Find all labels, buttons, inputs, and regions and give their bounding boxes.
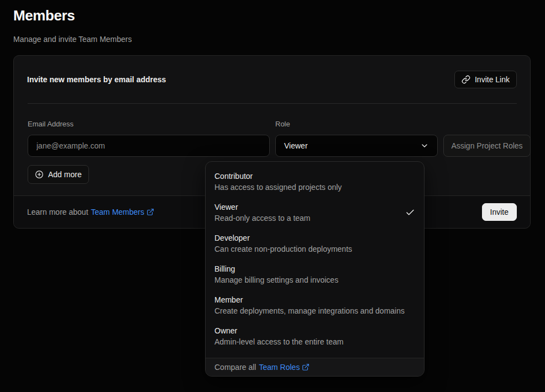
- team-members-link[interactable]: Team Members: [91, 208, 154, 216]
- learn-more-text: Learn more about: [27, 208, 88, 216]
- role-option-texts: Contributor Has access to assigned proje…: [214, 171, 415, 193]
- role-option-title: Developer: [214, 232, 415, 243]
- role-option-title: Billing: [214, 263, 415, 274]
- role-option-texts: Developer Can create non-production depl…: [214, 232, 415, 255]
- team-roles-link[interactable]: Team Roles: [259, 363, 310, 372]
- email-address-label: Email Address: [28, 120, 74, 128]
- chevron-down-icon: [420, 141, 429, 150]
- role-option-description: Can create non-production deployments: [214, 243, 415, 255]
- invite-link-button[interactable]: Invite Link: [454, 71, 517, 88]
- role-select[interactable]: Viewer: [275, 135, 438, 157]
- role-select-value: Viewer: [284, 141, 308, 150]
- role-option-owner[interactable]: Owner Admin-level access to the entire t…: [206, 321, 424, 352]
- role-option-texts: Billing Manage billing settings and invo…: [214, 263, 415, 285]
- role-option-texts: Member Create deployments, manage integr…: [214, 294, 415, 316]
- team-roles-link-label: Team Roles: [259, 363, 300, 372]
- check-icon: [405, 208, 415, 218]
- role-option-title: Owner: [214, 325, 415, 336]
- header-divider: [28, 103, 517, 104]
- invite-link-button-label: Invite Link: [475, 75, 510, 84]
- link-icon: [462, 75, 470, 84]
- role-option-description: Admin-level access to the entire team: [214, 336, 415, 347]
- card-header-title: Invite new members by email address: [27, 75, 166, 84]
- role-label: Role: [275, 120, 290, 128]
- role-option-title: Contributor: [214, 171, 415, 182]
- role-option-texts: Viewer Read-only access to a team: [214, 202, 400, 224]
- role-option-title: Viewer: [214, 202, 400, 213]
- page-subtitle: Manage and invite Team Members: [13, 35, 132, 44]
- email-input[interactable]: [28, 135, 270, 157]
- role-option-member[interactable]: Member Create deployments, manage integr…: [206, 290, 424, 321]
- role-option-developer[interactable]: Developer Can create non-production depl…: [206, 228, 424, 259]
- role-option-title: Member: [214, 294, 415, 305]
- external-link-icon: [146, 208, 154, 216]
- role-option-description: Manage billing settings and invoices: [214, 274, 415, 285]
- learn-more-note: Learn more about Team Members: [27, 208, 154, 216]
- role-option-viewer[interactable]: Viewer Read-only access to a team: [206, 197, 424, 228]
- assign-project-roles-button[interactable]: Assign Project Roles: [443, 135, 531, 157]
- role-dropdown-list: Contributor Has access to assigned proje…: [206, 162, 424, 358]
- plus-circle-icon: [35, 170, 44, 179]
- team-members-link-label: Team Members: [91, 208, 144, 216]
- role-option-description: Create deployments, manage integrations …: [214, 305, 415, 316]
- role-option-billing[interactable]: Billing Manage billing settings and invo…: [206, 259, 424, 290]
- invite-button[interactable]: Invite: [482, 203, 517, 221]
- page-title: Members: [13, 7, 75, 24]
- role-option-description: Has access to assigned projects only: [214, 182, 415, 193]
- role-dropdown-footer: Compare all Team Roles: [206, 358, 424, 376]
- role-option-description: Read-only access to a team: [214, 213, 400, 224]
- role-dropdown-menu: Contributor Has access to assigned proje…: [205, 161, 425, 377]
- add-more-button-label: Add more: [48, 170, 82, 179]
- add-more-button[interactable]: Add more: [28, 165, 89, 184]
- card-header: Invite new members by email address Invi…: [14, 56, 530, 103]
- role-option-texts: Owner Admin-level access to the entire t…: [214, 325, 415, 347]
- external-link-icon: [302, 363, 310, 371]
- role-option-contributor[interactable]: Contributor Has access to assigned proje…: [206, 166, 424, 197]
- compare-all-text: Compare all: [214, 363, 256, 372]
